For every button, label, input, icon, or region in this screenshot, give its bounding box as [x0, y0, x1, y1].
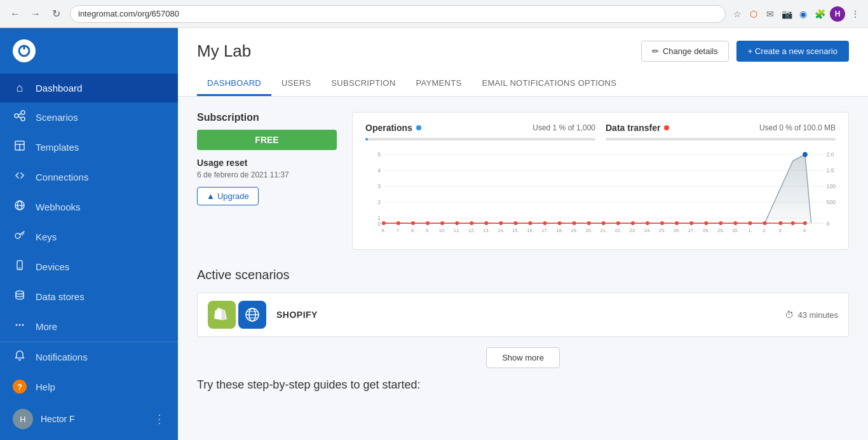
svg-point-13: [15, 233, 20, 238]
sidebar-user[interactable]: H Hector F ⋮: [0, 401, 178, 437]
tab-subscription[interactable]: SUBSCRIPTION: [321, 72, 405, 96]
sidebar-item-help[interactable]: ? Help: [0, 372, 178, 401]
tab-dashboard[interactable]: DASHBOARD: [197, 72, 271, 96]
svg-point-61: [704, 221, 708, 225]
keys-icon: [13, 230, 27, 244]
main-content: My Lab ✏ Change details + Create a new s…: [178, 28, 868, 440]
svg-text:10.: 10.: [439, 228, 446, 233]
notifications-icon: [13, 350, 27, 364]
svg-point-41: [411, 221, 415, 225]
upgrade-button[interactable]: ▲ Upgrade: [197, 187, 259, 205]
profile-icon[interactable]: H: [830, 6, 845, 22]
edit-icon: ✏: [652, 46, 659, 56]
change-details-button[interactable]: ✏ Change details: [641, 41, 729, 62]
user-more-icon[interactable]: ⋮: [154, 412, 165, 426]
address-bar[interactable]: integromat.com/org/657080: [70, 5, 726, 23]
browser-actions: ☆ ⬡ ✉ 📷 ◉ 🧩 H ⋮: [731, 6, 862, 22]
nav-buttons: ← → ↻: [6, 5, 65, 23]
svg-point-68: [803, 221, 807, 225]
sidebar-item-data-stores[interactable]: Data stores: [0, 282, 178, 312]
operations-header: Operations Used 1 % of 1,000: [365, 123, 595, 133]
svg-text:4.: 4.: [803, 228, 807, 233]
logo-circle: [13, 39, 36, 62]
sidebar: ⌂ Dashboard Scenarios: [0, 28, 178, 440]
operations-block: Operations Used 1 % of 1,000: [365, 123, 606, 146]
extension-icon3[interactable]: 📷: [780, 8, 793, 20]
svg-text:1.5 KB: 1.5 KB: [827, 167, 836, 174]
scenario-card[interactable]: SHOPIFY ⏱ 43 minutes: [197, 292, 849, 337]
back-button[interactable]: ←: [6, 5, 24, 23]
svg-point-17: [16, 324, 18, 326]
sidebar-item-more[interactable]: More: [0, 312, 178, 341]
browser-chrome: ← → ↻ integromat.com/org/657080 ☆ ⬡ ✉ 📷 …: [0, 0, 868, 28]
sidebar-item-data-stores-label: Data stores: [36, 291, 85, 302]
svg-point-55: [616, 221, 620, 225]
data-stores-icon: [13, 289, 27, 304]
templates-icon: [13, 140, 27, 155]
forward-button[interactable]: →: [27, 5, 44, 23]
devices-icon: [13, 259, 27, 274]
content-area: Subscription FREE Usage reset 6 de febre…: [178, 97, 868, 440]
svg-text:5: 5: [377, 151, 381, 158]
scenario-time: ⏱ 43 minutes: [785, 310, 838, 320]
home-icon: ⌂: [13, 81, 27, 95]
svg-point-48: [514, 221, 518, 225]
svg-point-65: [763, 221, 767, 225]
sidebar-item-webhooks[interactable]: Webhooks: [0, 192, 178, 222]
svg-text:2.: 2.: [763, 228, 766, 233]
active-scenarios-title: Active scenarios: [197, 268, 849, 282]
svg-text:29.: 29.: [717, 228, 724, 233]
sidebar-logo[interactable]: [0, 28, 178, 74]
svg-point-54: [602, 221, 606, 225]
svg-text:18.: 18.: [556, 228, 563, 233]
svg-point-3: [21, 111, 25, 114]
svg-text:0: 0: [827, 221, 830, 227]
more-icon: [13, 319, 27, 334]
svg-text:2.0 KB: 2.0 KB: [827, 151, 836, 158]
svg-point-40: [397, 221, 400, 225]
tab-email-notifications[interactable]: EMAIL NOTIFICATIONS OPTIONS: [471, 72, 627, 96]
svg-rect-1: [24, 45, 25, 50]
svg-point-58: [660, 221, 664, 225]
svg-point-2: [15, 114, 18, 118]
combined-chart-svg: 5 4 3 2 1 0 2.0 KB 1.5 KB 1000.0 B 500.0…: [365, 148, 836, 237]
svg-text:0: 0: [377, 221, 381, 227]
tab-payments[interactable]: PAYMENTS: [405, 72, 471, 96]
sidebar-item-notifications[interactable]: Notifications: [0, 342, 178, 372]
show-more-button[interactable]: Show more: [486, 347, 560, 368]
more-menu-icon[interactable]: ⋮: [849, 8, 862, 20]
sidebar-bottom: Notifications ? Help H Hector F ⋮: [0, 341, 178, 440]
sidebar-item-dashboard[interactable]: ⌂ Dashboard: [0, 74, 178, 102]
extension-icon4[interactable]: ◉: [797, 8, 810, 20]
connections-icon: [13, 170, 27, 184]
svg-line-5: [18, 114, 21, 116]
main-header: My Lab ✏ Change details + Create a new s…: [178, 28, 868, 97]
extension-icon1[interactable]: ⬡: [747, 8, 760, 20]
svg-point-49: [529, 221, 532, 225]
sidebar-item-connections[interactable]: Connections: [0, 162, 178, 192]
clock-icon: ⏱: [785, 310, 794, 320]
extension-icon2[interactable]: ✉: [764, 8, 776, 20]
refresh-button[interactable]: ↻: [47, 5, 65, 23]
sidebar-item-templates[interactable]: Templates: [0, 132, 178, 162]
data-transfer-progress-track: [606, 138, 836, 141]
create-scenario-button[interactable]: + Create a new scenario: [736, 41, 849, 62]
charts-section: Operations Used 1 % of 1,000: [352, 112, 849, 250]
upgrade-icon: ▲: [207, 191, 215, 201]
data-transfer-header: Data transfer Used 0 % of 100.0 MB: [606, 123, 836, 133]
sidebar-item-devices[interactable]: Devices: [0, 252, 178, 282]
svg-text:30.: 30.: [732, 228, 739, 233]
tab-users[interactable]: USERS: [271, 72, 321, 96]
scenario-name: SHOPIFY: [276, 310, 785, 320]
svg-text:7.: 7.: [397, 228, 400, 233]
sidebar-item-keys[interactable]: Keys: [0, 222, 178, 252]
operations-dot: [416, 125, 421, 130]
star-icon[interactable]: ☆: [731, 8, 743, 20]
svg-text:9.: 9.: [426, 228, 430, 233]
data-transfer-dot: [664, 125, 669, 130]
extension-icon5[interactable]: 🧩: [813, 8, 826, 20]
svg-text:15.: 15.: [512, 228, 519, 233]
svg-text:500.0 B: 500.0 B: [827, 199, 836, 205]
sidebar-item-more-label: More: [36, 321, 57, 332]
sidebar-item-scenarios[interactable]: Scenarios: [0, 102, 178, 132]
